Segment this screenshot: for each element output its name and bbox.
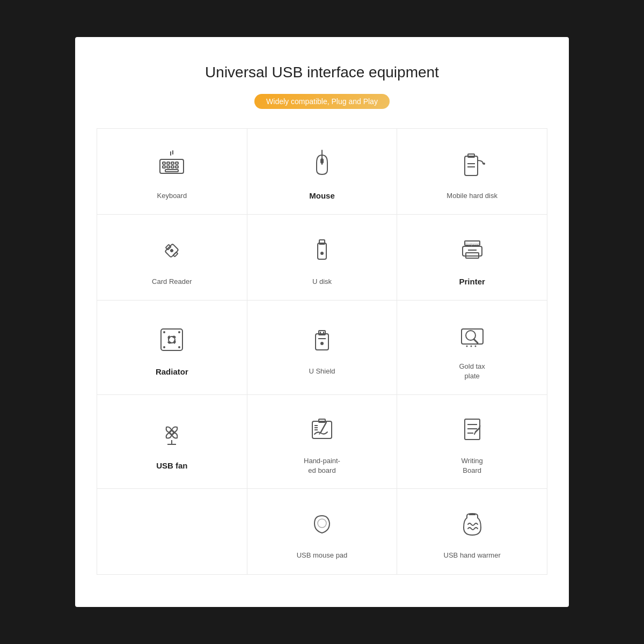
- usb-fan-icon: [153, 415, 191, 452]
- grid-cell-printer: Purpose Printer: [397, 215, 547, 301]
- mobile-hard-disk-icon: [453, 146, 491, 184]
- svg-line-54: [321, 422, 326, 432]
- svg-point-65: [318, 519, 326, 528]
- svg-point-22: [170, 248, 174, 252]
- badge-container: Widely compatible, Plug and Play: [97, 94, 547, 109]
- svg-rect-21: [173, 252, 178, 256]
- usb-mouse-pad-label: USB mouse pad: [297, 551, 348, 560]
- svg-point-34: [178, 331, 180, 333]
- radiator-label: Radiator: [156, 366, 188, 377]
- usb-mouse-pad-icon: [303, 506, 341, 543]
- gold-tax-plate-icon: [453, 317, 491, 354]
- u-shield-icon: [303, 321, 341, 359]
- svg-point-48: [474, 346, 476, 347]
- svg-rect-9: [171, 166, 174, 168]
- svg-rect-13: [320, 158, 324, 164]
- mobile-hard-disk-label: Mobile hard disk: [447, 191, 497, 201]
- grid-cell-card-reader: Card Reader: [97, 215, 247, 301]
- grid-cell-usb-fan: USB fan: [97, 395, 247, 489]
- svg-rect-4: [167, 162, 170, 164]
- items-grid: Keyboard Mouse: [97, 128, 547, 575]
- svg-rect-3: [163, 162, 165, 164]
- svg-point-33: [163, 331, 165, 333]
- radiator-icon: [153, 321, 191, 358]
- grid-cell-radiator: Radiator: [97, 301, 247, 394]
- mouse-icon: [303, 145, 341, 182]
- svg-rect-8: [167, 166, 170, 168]
- keyboard-icon: [153, 146, 191, 184]
- grid-cell-hand-painted-board: Hand-paint-ed board: [247, 395, 398, 489]
- svg-rect-5: [171, 162, 174, 164]
- svg-point-16: [483, 163, 485, 165]
- svg-point-41: [320, 342, 324, 345]
- svg-rect-6: [175, 162, 178, 164]
- svg-point-35: [163, 346, 165, 348]
- printer-label: Printer: [459, 276, 485, 287]
- svg-rect-11: [165, 170, 178, 172]
- svg-rect-23: [318, 243, 326, 259]
- grid-cell-usb-hand-warmer: USB hand warmer: [397, 489, 547, 575]
- grid-cell-keyboard: Keyboard: [97, 129, 247, 215]
- keyboard-label: Keyboard: [157, 191, 187, 201]
- svg-rect-7: [163, 166, 165, 168]
- writing-board-icon: [453, 411, 491, 449]
- svg-line-45: [474, 339, 478, 343]
- writing-board-label: WritingBoard: [462, 456, 483, 475]
- usb-hand-warmer-label: USB hand warmer: [444, 551, 501, 560]
- compatibility-badge: Widely compatible, Plug and Play: [254, 94, 390, 109]
- svg-rect-10: [175, 166, 178, 168]
- grid-cell-u-shield: U Shield: [247, 301, 398, 394]
- page-title: Universal USB interface equipment: [97, 64, 547, 81]
- usb-fan-label: USB fan: [156, 460, 187, 471]
- grid-cell-gold-tax-plate: Gold taxplate: [397, 301, 547, 394]
- svg-point-47: [470, 346, 472, 347]
- gold-tax-plate-label: Gold taxplate: [459, 362, 485, 381]
- svg-point-25: [320, 252, 324, 255]
- grid-cell-mouse: Mouse: [247, 129, 398, 215]
- grid-cell-u-disk: U disk: [247, 215, 398, 301]
- usb-hand-warmer-icon: [453, 506, 491, 543]
- card-reader-icon: [153, 232, 191, 269]
- svg-point-46: [466, 346, 467, 347]
- printer-icon: Purpose: [453, 231, 491, 268]
- main-page: Universal USB interface equipment Widely…: [75, 37, 569, 607]
- hand-painted-board-label: Hand-paint-ed board: [304, 456, 340, 475]
- u-disk-icon: [303, 232, 341, 269]
- grid-cell-writing-board: WritingBoard: [397, 395, 547, 489]
- u-shield-label: U Shield: [309, 367, 335, 376]
- u-disk-label: U disk: [312, 277, 332, 287]
- hand-painted-board-icon: [303, 411, 341, 449]
- svg-line-64: [474, 432, 475, 434]
- card-reader-label: Card Reader: [152, 277, 192, 287]
- svg-rect-14: [465, 156, 478, 175]
- mouse-label: Mouse: [309, 190, 335, 201]
- svg-point-36: [178, 346, 180, 348]
- grid-cell-usb-mouse-pad: USB mouse pad: [247, 489, 398, 575]
- svg-text:Purpose: Purpose: [465, 242, 479, 246]
- grid-cell-mobile-hard-disk: Mobile hard disk: [397, 129, 547, 215]
- grid-cell-empty: [97, 489, 247, 575]
